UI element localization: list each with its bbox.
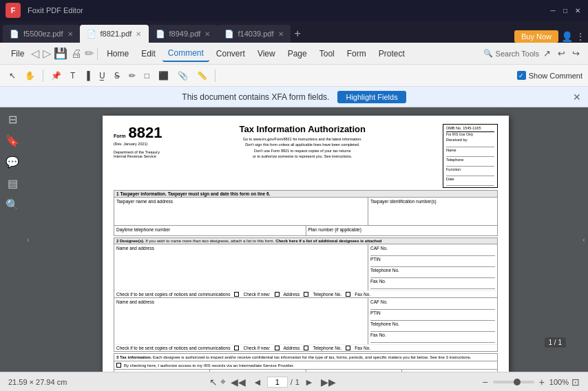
- underline-btn[interactable]: U̲: [96, 69, 109, 83]
- section3: 3 Tax information. Each designee is auth…: [114, 353, 498, 372]
- sidebar-bookmark-icon[interactable]: 🔖: [6, 134, 19, 147]
- taxpayer-name-label: Taxpayer name and address: [116, 199, 366, 204]
- tab-f14039[interactable]: 📄 f14039.pdf ✕: [218, 25, 291, 43]
- menu-page[interactable]: Page: [282, 46, 313, 61]
- xfa-message: This document contains XFA form fields.: [182, 92, 329, 102]
- tab-f5500ez[interactable]: 📄 f5500ez.pdf ✕: [3, 25, 80, 43]
- menu-view[interactable]: View: [252, 46, 281, 61]
- prev-page-button[interactable]: ◄: [251, 377, 264, 388]
- designee2-phone-check[interactable]: [304, 346, 308, 350]
- col-a-header: (a)Type of Tax Information (Income, Empl…: [114, 370, 210, 372]
- menu-tool[interactable]: Tool: [314, 46, 340, 61]
- designee1-fax-check[interactable]: [346, 292, 350, 297]
- stamp-btn[interactable]: ⬛: [155, 69, 172, 83]
- toolbar: ↖ ✋ 📌 T ▐ U̲ S̶ ✏ □ ⬛ 📎 📏 ✓ Show Comment: [0, 65, 588, 87]
- daytime-phone-label: Daytime telephone number: [116, 227, 304, 232]
- markup-btn[interactable]: ✏: [125, 69, 139, 83]
- show-comment-checkbox[interactable]: ✓: [517, 71, 526, 80]
- tab-f8949-close[interactable]: ✕: [204, 30, 210, 38]
- sidebar-comment-icon[interactable]: 💬: [6, 156, 19, 169]
- highlight-btn[interactable]: ▐: [81, 69, 94, 83]
- buy-now-button[interactable]: Buy Now: [514, 30, 558, 43]
- left-sidebar: ⊟ 🔖 💬 ▤ 🔍: [0, 107, 25, 372]
- next-page-button[interactable]: ►: [302, 377, 316, 388]
- isp-checkbox[interactable]: [116, 363, 121, 368]
- text-comment-btn[interactable]: T: [67, 69, 78, 83]
- form-subtitle: Go to www.irs.gov/Form8821 for instructi…: [167, 136, 437, 159]
- menu-protect[interactable]: Protect: [373, 46, 410, 61]
- sidebar-home-icon[interactable]: ⊟: [8, 113, 17, 126]
- user-icon[interactable]: 👤: [561, 31, 573, 42]
- page-number-input[interactable]: [267, 377, 288, 388]
- share-icon[interactable]: ↗: [540, 48, 554, 59]
- title-bar: F Foxit PDF Editor ─ □ ✕: [0, 0, 588, 21]
- section1-row2: Daytime telephone number Plan number (if…: [114, 225, 497, 235]
- tab-f8949-label: f8949.pdf: [169, 30, 201, 38]
- form-service: Internal Revenue Service: [114, 154, 162, 158]
- designee1-phone-check[interactable]: [304, 292, 308, 297]
- sidebar-layers-icon[interactable]: ▤: [8, 177, 18, 190]
- designee2-address-check[interactable]: [275, 346, 280, 350]
- attach-btn[interactable]: 📎: [174, 69, 191, 83]
- left-panel-handle[interactable]: ›: [25, 107, 32, 372]
- cursor-tool-icon[interactable]: ↖: [209, 377, 218, 388]
- right-panel-handle[interactable]: ‹: [580, 107, 588, 372]
- search-tools[interactable]: 🔍 Search Tools: [483, 49, 539, 58]
- close-button[interactable]: ✕: [573, 6, 582, 15]
- highlight-fields-button[interactable]: Highlight Fields: [337, 91, 406, 103]
- menu-file[interactable]: File: [6, 46, 30, 61]
- menu-form[interactable]: Form: [342, 46, 372, 61]
- form-number: 8821: [129, 124, 162, 142]
- sidebar-search-icon[interactable]: 🔍: [6, 198, 19, 211]
- measure-btn[interactable]: 📏: [193, 69, 211, 83]
- tab-f8949[interactable]: 📄 f8949.pdf ✕: [149, 25, 218, 43]
- page-separator: /: [291, 378, 293, 386]
- search-tools-label: Search Tools: [496, 50, 539, 58]
- menu-convert[interactable]: Convert: [211, 46, 251, 61]
- show-comment-toggle[interactable]: ✓ Show Comment: [517, 71, 582, 80]
- strikethrough-btn[interactable]: S̶: [111, 69, 123, 83]
- designee2-fax-check[interactable]: [346, 346, 350, 350]
- designee1-check-row: Check if to be sent copies of notices an…: [114, 291, 497, 298]
- section1: 1 Taxpayer information. Taxpayer must si…: [114, 190, 498, 236]
- designee1-address-check[interactable]: [275, 292, 280, 297]
- sticky-note-btn[interactable]: 📌: [48, 69, 65, 83]
- menu-edit[interactable]: Edit: [136, 46, 161, 61]
- first-page-button[interactable]: ◀◀: [229, 377, 248, 388]
- tab-f8821[interactable]: 📄 f8821.pdf ✕: [80, 25, 149, 43]
- col-c-header: (c)Year(s) or Period(s): [306, 370, 402, 372]
- maximize-button[interactable]: □: [560, 6, 570, 15]
- last-page-button[interactable]: ▶▶: [319, 377, 338, 388]
- tab-f14039-label: f14039.pdf: [238, 30, 274, 38]
- shape-btn[interactable]: □: [141, 69, 153, 83]
- zoom-in-button[interactable]: +: [537, 377, 547, 388]
- zoom-thumb[interactable]: [514, 379, 521, 385]
- tab-add-button[interactable]: +: [291, 25, 305, 43]
- select-tool-icon[interactable]: ⌖: [220, 376, 226, 388]
- plan-number-cell: Plan number (if applicable): [306, 226, 498, 235]
- tab-f8821-close[interactable]: ✕: [136, 30, 141, 38]
- menu-comment[interactable]: Comment: [162, 45, 209, 62]
- redo-icon[interactable]: ↪: [569, 48, 582, 59]
- more-options-icon[interactable]: ⋮: [576, 31, 585, 42]
- tab-f14039-close[interactable]: ✕: [278, 30, 284, 38]
- xfa-notice-bar: This document contains XFA form fields. …: [0, 87, 588, 107]
- tax-info-label: Tax information.: [120, 355, 151, 359]
- designee2-area: Name and address CAF No. PTIN Telephone …: [114, 298, 497, 351]
- tab-f5500ez-close[interactable]: ✕: [67, 30, 73, 38]
- minimize-button[interactable]: ─: [548, 6, 558, 15]
- isp-label: By checking here, I authorize access to …: [124, 363, 294, 368]
- undo-icon[interactable]: ↩: [555, 48, 568, 59]
- hand-tool-btn[interactable]: ✋: [21, 69, 39, 83]
- menu-home[interactable]: Home: [101, 46, 134, 61]
- zoom-slider[interactable]: [493, 381, 534, 383]
- xfa-close-button[interactable]: ✕: [573, 92, 581, 103]
- select-tool-btn[interactable]: ↖: [6, 69, 19, 83]
- designee2-check-box[interactable]: [234, 346, 239, 350]
- zoom-controls: − + 100% ⊡: [480, 377, 580, 388]
- section2-num: 2 Designee(s).: [116, 239, 145, 243]
- designee1-check-box[interactable]: [234, 292, 239, 297]
- fit-window-icon[interactable]: ⊡: [571, 377, 580, 388]
- zoom-out-button[interactable]: −: [480, 377, 490, 388]
- total-pages: 1: [295, 378, 300, 386]
